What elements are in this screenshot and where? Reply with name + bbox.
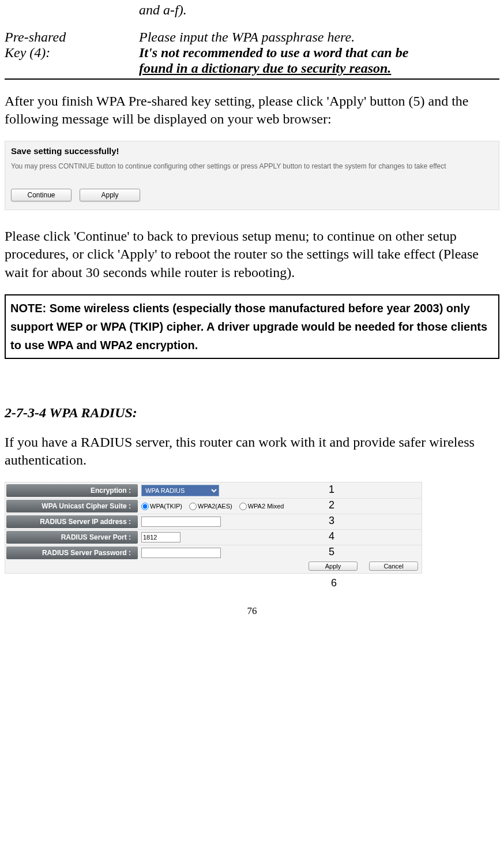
ip-row: RADIUS Server IP address : <box>5 514 422 529</box>
section-heading: 2-7-3-4 WPA RADIUS: <box>5 405 499 421</box>
radius-port-input[interactable] <box>141 532 180 542</box>
definition-label: Pre-shared Key (4): <box>5 29 139 76</box>
paragraph-3: If you have a RADIUS server, this router… <box>5 433 499 469</box>
button-row: Apply Cancel <box>5 560 422 573</box>
callout-4: 4 <box>329 529 334 544</box>
desc-line3: found in a dictionary due to security re… <box>139 61 499 76</box>
cipher-opt3-text: WPA2 Mixed <box>248 503 284 510</box>
port-value <box>139 530 422 545</box>
msg-title: Save setting successfully! <box>11 146 493 156</box>
cipher-label: WPA Unicast Cipher Suite : <box>6 500 138 512</box>
cipher-value: WPA(TKIP) WPA2(AES) WPA2 Mixed <box>139 499 422 514</box>
save-msg-box: Save setting successfully! You may press… <box>5 141 499 210</box>
paragraph-1: After you finish WPA Pre-shared key sett… <box>5 92 499 128</box>
config-panel: Encryption : WPA RADIUS WPA Unicast Ciph… <box>5 482 422 574</box>
label-line1: Pre-shared <box>5 29 139 45</box>
ip-label: RADIUS Server IP address : <box>6 515 138 528</box>
cipher-radio-aes[interactable] <box>189 503 197 510</box>
horizontal-rule <box>5 78 499 80</box>
callout-3: 3 <box>329 513 334 529</box>
cipher-opt1-text: WPA(TKIP) <box>150 503 182 510</box>
callout-1: 1 <box>329 482 334 497</box>
port-row: RADIUS Server Port : <box>5 529 422 545</box>
config-background: Encryption : WPA RADIUS WPA Unicast Ciph… <box>5 482 422 574</box>
cipher-opt2-label[interactable]: WPA2(AES) <box>189 503 232 510</box>
encryption-select[interactable]: WPA RADIUS <box>141 485 219 496</box>
paragraph-2: Please click 'Continue' to back to previ… <box>5 227 499 282</box>
encryption-label: Encryption : <box>6 484 138 497</box>
callout-column: 1 2 3 4 5 <box>329 482 334 560</box>
label-line2: Key (4): <box>5 45 139 61</box>
callout-2: 2 <box>329 497 334 513</box>
cipher-radio-tkip[interactable] <box>141 503 149 510</box>
desc-line2: It's not recommended to use a word that … <box>139 45 499 61</box>
radius-password-input[interactable] <box>141 548 221 558</box>
config-apply-button[interactable]: Apply <box>309 562 358 571</box>
port-label: RADIUS Server Port : <box>6 531 138 544</box>
cipher-radio-mixed[interactable] <box>239 503 247 510</box>
cipher-row: WPA Unicast Cipher Suite : WPA(TKIP) WPA… <box>5 498 422 514</box>
apply-button[interactable]: Apply <box>80 189 140 201</box>
page-number: 76 <box>5 605 499 617</box>
config-cancel-button[interactable]: Cancel <box>369 562 418 571</box>
msg-desc: You may press CONTINUE button to continu… <box>11 162 493 171</box>
encryption-row: Encryption : WPA RADIUS <box>5 482 422 498</box>
cipher-opt3-label[interactable]: WPA2 Mixed <box>239 503 284 510</box>
cipher-opt1-label[interactable]: WPA(TKIP) <box>141 503 182 510</box>
note-box: NOTE: Some wireless clients (especially … <box>5 294 499 359</box>
cipher-opt2-text: WPA2(AES) <box>198 503 232 510</box>
fragment-text: and a-f). <box>139 2 499 18</box>
continue-button[interactable]: Continue <box>11 189 72 201</box>
desc-line1: Please input the WPA passphrase here. <box>139 29 499 45</box>
password-value <box>139 545 422 560</box>
password-row: RADIUS Server Password : <box>5 545 422 560</box>
callout-5: 5 <box>329 544 334 560</box>
cipher-radio-group: WPA(TKIP) WPA2(AES) WPA2 Mixed <box>141 503 284 510</box>
definition-desc: Please input the WPA passphrase here. It… <box>139 29 499 76</box>
radius-ip-input[interactable] <box>141 517 221 527</box>
ip-value <box>139 514 422 529</box>
encryption-value: WPA RADIUS <box>139 482 422 498</box>
password-label: RADIUS Server Password : <box>6 547 138 559</box>
definition-row: Pre-shared Key (4): Please input the WPA… <box>5 29 499 76</box>
callout-6: 6 <box>331 577 499 589</box>
